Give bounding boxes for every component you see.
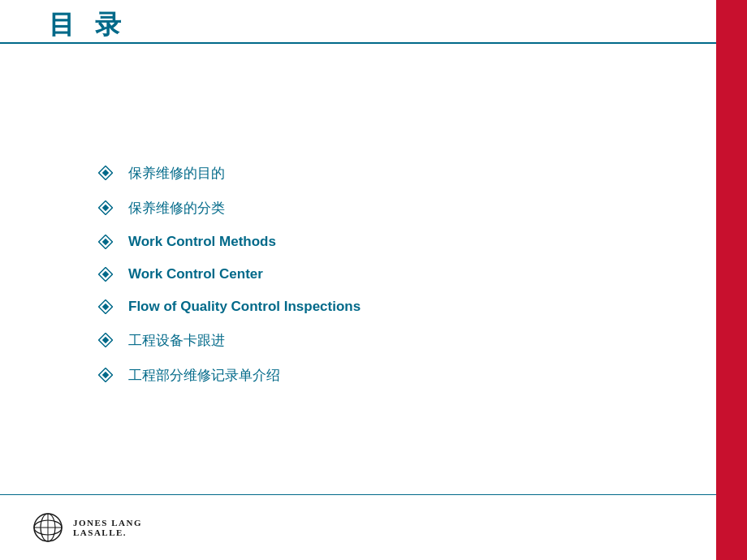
menu-item-text: Work Control Center	[128, 266, 263, 282]
list-item: Flow of Quality Control Inspections	[97, 299, 716, 315]
menu-item-text: Work Control Methods	[128, 234, 276, 250]
jll-logo: Jones Lang LaSalle.	[32, 512, 142, 543]
jll-logo-text: Jones Lang LaSalle.	[73, 518, 142, 537]
list-item: 工程设备卡跟进	[97, 331, 716, 350]
svg-rect-1	[102, 170, 109, 176]
menu-item-text: Flow of Quality Control Inspections	[128, 299, 361, 315]
list-item: Work Control Center	[97, 266, 716, 282]
red-accent-bar	[716, 0, 747, 560]
list-item: 工程部分维修记录单介绍	[97, 366, 716, 385]
menu-item-text: 保养维修的分类	[128, 199, 225, 218]
company-name-line2: LaSalle.	[73, 528, 142, 537]
menu-item-text: 保养维修的目的	[128, 164, 225, 183]
diamond-bullet-icon	[97, 367, 114, 383]
svg-rect-5	[102, 238, 109, 244]
page-title: 目 录	[49, 7, 127, 43]
menu-item-text: 工程设备卡跟进	[128, 331, 225, 350]
svg-rect-13	[102, 372, 109, 378]
list-item: 保养维修的分类	[97, 199, 716, 218]
diamond-bullet-icon	[97, 299, 114, 315]
list-item: Work Control Methods	[97, 234, 716, 250]
jll-logo-icon	[32, 512, 63, 543]
main-content: 保养维修的目的保养维修的分类Work Control MethodsWork C…	[0, 53, 716, 495]
diamond-bullet-icon	[97, 200, 114, 216]
menu-list: 保养维修的目的保养维修的分类Work Control MethodsWork C…	[97, 164, 716, 385]
svg-rect-3	[102, 205, 109, 211]
menu-item-text: 工程部分维修记录单介绍	[128, 366, 280, 385]
header-section: 目 录	[49, 8, 698, 42]
svg-rect-11	[102, 337, 109, 343]
svg-rect-9	[102, 303, 109, 309]
diamond-bullet-icon	[97, 234, 114, 250]
footer-section: Jones Lang LaSalle.	[0, 495, 716, 560]
company-name-line1: Jones Lang	[73, 518, 142, 528]
diamond-bullet-icon	[97, 266, 114, 282]
list-item: 保养维修的目的	[97, 164, 716, 183]
diamond-bullet-icon	[97, 165, 114, 181]
svg-rect-7	[102, 270, 109, 277]
diamond-bullet-icon	[97, 332, 114, 348]
